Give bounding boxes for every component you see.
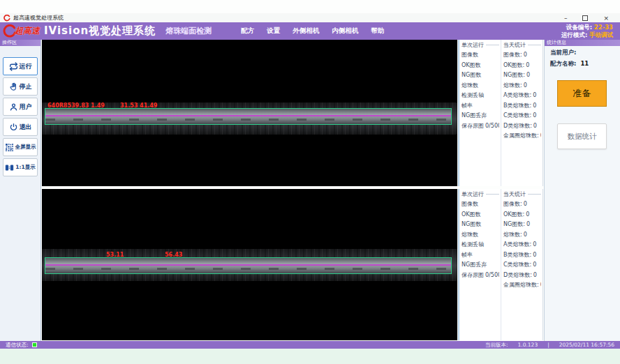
restore-button[interactable] (582, 15, 588, 21)
stats-panel-inner: 单次运行 图像数 OK图数 NG图数 熔珠数 检测丢轴 帧率 NG图丢弃 保存原… (458, 189, 543, 340)
single-run-column: 单次运行 图像数 OK图数 NG图数 熔珠数 检测丢轴 帧率 NG图丢弃 保存原… (459, 40, 501, 186)
user-button-label: 用户 (20, 103, 32, 112)
stat-row: NG图数 (462, 220, 499, 230)
stat-row: 帧率 (462, 250, 499, 261)
statistics-info-panel: 统计信息 当前用户: 配方名称: 11 准备 数据统计 (544, 40, 620, 341)
brand-logo-text: 超高速 (15, 25, 40, 37)
stat-row: 图像数:0 (503, 50, 541, 61)
stat-row: 图像数 (462, 199, 499, 210)
app-logo-icon (3, 15, 10, 22)
stats-panel-outer: 单次运行 图像数 OK图数 NG图数 熔珠数 检测丢轴 帧率 NG图丢弃 保存原… (458, 40, 543, 186)
exit-button-label: 退出 (20, 123, 32, 132)
fullscreen-display-label: 全屏显示 (15, 144, 36, 151)
one-to-one-display-label: 1:1显示 (15, 164, 35, 171)
run-button[interactable]: 运行 (3, 57, 38, 75)
comm-status-indicator (32, 342, 37, 347)
ready-button[interactable]: 准备 (557, 80, 607, 107)
operation-area-title: 操作区 (0, 40, 40, 46)
stat-row: OK图数 (462, 61, 499, 71)
brand-logo: 超高速 (3, 24, 40, 38)
recipe-name-value: 11 (580, 60, 589, 67)
single-run-column: 单次运行 图像数 OK图数 NG图数 熔珠数 检测丢轴 帧率 NG图丢弃 保存原… (459, 189, 501, 340)
camera2-measure-annotation-1: 53.11 (106, 252, 124, 258)
stat-row: 图像数 (462, 50, 499, 61)
version-value: 1.0.123 (518, 342, 538, 348)
app-subtitle: 熔珠端面检测 (165, 26, 212, 36)
stat-row: NG图数 (462, 70, 499, 81)
camera1-detected-rod-overlay (45, 108, 452, 125)
menu-bar: 配方 设置 外侧相机 内侧相机 帮助 (241, 26, 384, 36)
stat-row: B类熔珠数:0 (503, 250, 541, 261)
stat-row: 保存原图0/500 (462, 271, 499, 281)
current-user-row: 当前用户: (545, 46, 620, 57)
stop-button-label: 停止 (20, 82, 32, 91)
stat-row: D类熔珠数:0 (503, 271, 541, 281)
status-bar: 通信状态: 当前版本: 1.0.123 | 2025/02/11 16:57:5… (0, 341, 620, 349)
one-to-one-display-button[interactable]: 1:1显示 (3, 158, 38, 176)
app-title: IVision视觉处理系统 (44, 24, 156, 38)
stop-button[interactable]: 停止 (3, 77, 38, 96)
run-button-label: 运行 (20, 62, 32, 71)
camera-view-inner: 53.11 56.43 (42, 189, 457, 340)
stat-row: 熔珠数:0 (503, 81, 541, 91)
today-stats-column: 当天统计 图像数:0 OK图数:0 NG图数:0 熔珠数:0 A类熔珠数:0 B… (501, 40, 542, 186)
stat-row: 熔珠数:0 (503, 230, 541, 241)
today-stats-title: 当天统计 (503, 190, 541, 198)
power-icon (9, 123, 18, 132)
close-button[interactable]: × (603, 15, 609, 22)
run-sync-icon (9, 62, 18, 71)
app-header: 超高速 IVision视觉处理系统 熔珠端面检测 配方 设置 外侧相机 内侧相机… (0, 22, 620, 40)
stat-row: 帧率 (462, 101, 499, 112)
datetime-value: 2025/02/11 16:57:56 (559, 342, 614, 348)
stat-row: OK图数:0 (503, 210, 541, 220)
window-titlebar: 超高速视觉处理系统 – × (0, 13, 620, 23)
version-label: 当前版本: (485, 342, 508, 349)
recipe-name-label: 配方名称: (550, 60, 576, 67)
menu-settings[interactable]: 设置 (267, 26, 280, 36)
stat-row: OK图数:0 (503, 61, 541, 71)
stat-row: NG图数:0 (503, 220, 541, 230)
stat-row: OK图数 (462, 210, 499, 220)
window-title: 超高速视觉处理系统 (13, 14, 64, 22)
run-mode-value: 手动调试 (589, 31, 613, 38)
data-statistics-button[interactable]: 数据统计 (557, 123, 607, 149)
stat-row: 检测丢轴 (462, 91, 499, 101)
hand-stop-icon (9, 82, 18, 91)
single-run-title: 单次运行 (462, 190, 499, 198)
statistics-info-title: 统计信息 (545, 40, 620, 46)
menu-help[interactable]: 帮助 (371, 26, 384, 36)
run-mode-label: 运行模式: (561, 31, 587, 38)
menu-inner-camera[interactable]: 内侧相机 (332, 26, 358, 36)
user-icon (9, 103, 18, 112)
menu-recipe[interactable]: 配方 (241, 26, 254, 36)
camera1-measure-annotation-1: 640R8539.83 1.49 (47, 103, 105, 109)
operation-sidebar: 操作区 运行 停止 用户 (0, 40, 41, 341)
fullscreen-grid-icon (5, 143, 14, 152)
stat-row: 金属圈熔珠数:0 (503, 280, 541, 291)
stat-row: 熔珠数 (462, 81, 499, 91)
device-number-label: 设备编号: (566, 24, 592, 31)
device-number-value: 22-33 (594, 24, 613, 31)
user-button[interactable]: 用户 (3, 98, 38, 116)
stat-row: NG图数:0 (503, 70, 541, 81)
single-run-title: 单次运行 (462, 41, 499, 49)
stat-row: A类熔珠数:0 (503, 91, 541, 101)
desktop-margin-bottom (0, 349, 620, 364)
camera2-detected-rod-overlay (45, 257, 452, 274)
stat-row: NG图丢弃 (462, 111, 499, 121)
exit-button[interactable]: 退出 (3, 118, 38, 136)
current-user-label: 当前用户: (550, 49, 576, 56)
fullscreen-display-button[interactable]: 全屏显示 (3, 138, 38, 156)
stat-row: B类熔珠数:0 (503, 101, 541, 112)
menu-outer-camera[interactable]: 外侧相机 (293, 26, 319, 36)
one-to-one-icon (5, 163, 14, 172)
stat-row: 图像数:0 (503, 199, 541, 210)
app-window: 超高速视觉处理系统 – × 超高速 IVision视觉处理系统 熔珠端面检测 配… (0, 0, 620, 364)
camera2-measure-annotation-2: 56.43 (165, 252, 182, 258)
statusbar-separator: | (547, 342, 549, 348)
minimize-button[interactable]: – (564, 15, 568, 22)
camera1-measure-annotation-2: 31.53 41.49 (120, 103, 157, 109)
camera-view-outer: 640R8539.83 1.49 31.53 41.49 (42, 40, 457, 186)
stat-row: C类熔珠数:0 (503, 111, 541, 121)
recipe-name-row: 配方名称: 11 (545, 57, 620, 68)
